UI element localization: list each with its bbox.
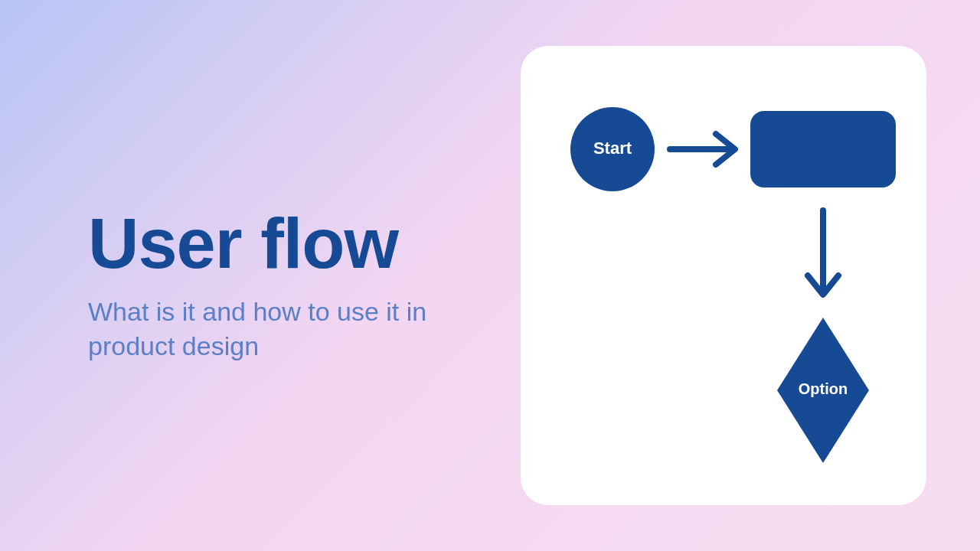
decision-node-label: Option bbox=[799, 380, 848, 397]
text-block: User flow What is it and how to use it i… bbox=[88, 207, 486, 364]
slide-title: User flow bbox=[88, 207, 486, 281]
start-node: Start bbox=[570, 107, 655, 191]
arrow-right-icon bbox=[670, 134, 735, 165]
decision-node: Option bbox=[777, 318, 869, 463]
diagram-card: Start Option bbox=[521, 46, 926, 505]
flow-diagram: Start Option bbox=[521, 46, 926, 505]
slide-subtitle: What is it and how to use it in product … bbox=[88, 295, 486, 365]
start-node-label: Start bbox=[593, 139, 632, 158]
arrow-down-icon bbox=[808, 210, 838, 295]
slide-canvas: User flow What is it and how to use it i… bbox=[0, 0, 980, 551]
process-node bbox=[750, 111, 896, 187]
